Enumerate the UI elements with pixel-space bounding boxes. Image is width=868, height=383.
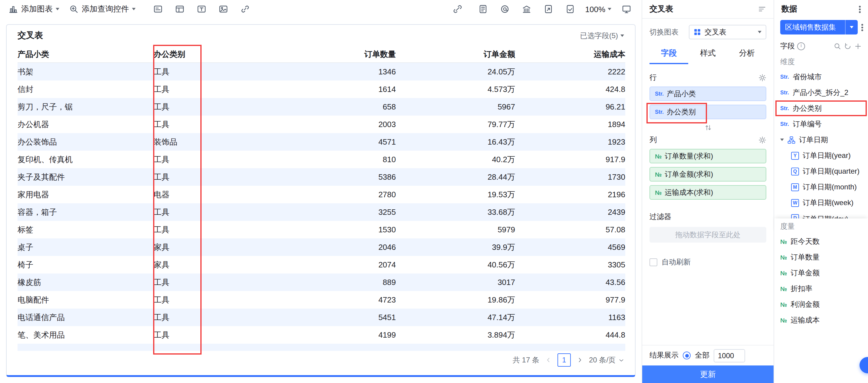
measure-item[interactable]: №订单金额 — [774, 265, 868, 281]
column-header[interactable]: 产品小类 — [18, 46, 154, 63]
measure-item[interactable]: №订单数量 — [774, 249, 868, 265]
add-chart-button[interactable]: 添加图表 — [8, 4, 59, 14]
table-cell: 2046 — [220, 238, 396, 256]
table-cell: 夹子及其配件 — [18, 168, 154, 186]
column-header[interactable]: 订单金额 — [396, 46, 515, 63]
measure-item[interactable]: №折扣率 — [774, 281, 868, 296]
columns-section-header: 列 — [650, 135, 766, 145]
enterprise-button[interactable] — [520, 2, 533, 16]
config-tab[interactable]: 字段 — [650, 48, 688, 64]
filter-placeholder: 拖动数据字段至此处 — [675, 230, 741, 240]
field-label: 订单金额 — [790, 268, 819, 278]
dimension-item[interactable]: Str.产品小类_拆分_2 — [774, 85, 868, 100]
field-label: 订单数量(求和) — [664, 151, 713, 161]
selected-fields-dropdown[interactable]: 已选字段(5) — [580, 31, 624, 41]
relation-button[interactable] — [451, 2, 464, 16]
table-cell: 工具 — [154, 63, 220, 81]
field-pill[interactable]: Str.产品小类 — [650, 87, 766, 101]
table-cell: 39.9万 — [396, 238, 515, 256]
dimension-item[interactable]: W订单日期(week) — [774, 195, 868, 211]
table-row: 桌子家具204639.9万4569 — [18, 238, 625, 256]
table-cell: 1163 — [515, 309, 625, 326]
dataset-more-icon[interactable] — [861, 26, 863, 28]
dataset-caret[interactable] — [845, 20, 858, 34]
export-icon — [544, 4, 553, 14]
auto-refresh-checkbox[interactable] — [650, 258, 657, 266]
table-row: 家用电器电器278019.53万2196 — [18, 186, 625, 203]
panel-menu-icon[interactable] — [758, 5, 766, 13]
chart-type-select[interactable]: 交叉表 — [689, 25, 766, 39]
string-field-icon: Str. — [780, 74, 789, 80]
table-cell: 工具 — [154, 116, 220, 133]
dimension-item[interactable]: Str.省份城市 — [774, 69, 868, 85]
plus-icon — [854, 42, 862, 50]
prev-page-icon[interactable] — [546, 357, 551, 363]
dimension-item[interactable]: 订单日期 — [774, 132, 868, 148]
page-size-select[interactable]: 20 条/页 — [589, 355, 624, 365]
filter-section-header: 过滤器 — [650, 212, 766, 222]
dimension-item[interactable]: Str.办公类别 — [774, 100, 868, 116]
next-page-icon[interactable] — [577, 357, 583, 363]
field-pill[interactable]: №订单数量(求和) — [650, 149, 766, 163]
gear-icon[interactable] — [758, 136, 766, 144]
config-tab[interactable]: 样式 — [688, 48, 727, 64]
measure-item[interactable]: №运输成本 — [774, 312, 868, 328]
field-pill[interactable]: №运输成本(求和) — [650, 185, 766, 200]
filter-dropzone[interactable]: 拖动数据字段至此处 — [650, 227, 766, 243]
dimension-item[interactable]: Y订单日期(year) — [774, 148, 868, 163]
dataset-select[interactable]: 区域销售数据集 — [780, 20, 858, 34]
results-limit-input[interactable] — [714, 349, 745, 362]
current-page-button[interactable]: 1 — [557, 353, 571, 367]
date-month-icon: M — [791, 183, 799, 191]
kanban-component-button[interactable] — [173, 2, 186, 16]
dimension-item[interactable]: D订单日期(day) — [774, 211, 868, 218]
rows-shelf: Str.产品小类Str.办公类别 — [650, 87, 766, 119]
cross-table-card[interactable]: 交叉表 已选字段(5) 产品小类办公类别订单数量订单金额运输成本 书架工具134… — [6, 24, 636, 377]
config-panel-title: 交叉表 — [650, 4, 673, 14]
table-cell: 3305 — [515, 256, 625, 274]
measure-item[interactable]: №距今天数 — [774, 233, 868, 249]
dimension-item[interactable]: M订单日期(month) — [774, 179, 868, 195]
dimension-item[interactable]: Str.订单编号 — [774, 116, 868, 132]
add-field-button[interactable] — [854, 42, 862, 50]
gear-icon[interactable] — [758, 74, 766, 82]
more-options-icon[interactable] — [859, 8, 861, 10]
app-window: 添加图表 添加查询控件 100% — [0, 0, 868, 383]
export-button[interactable] — [542, 2, 555, 16]
filter-section-label: 过滤器 — [650, 212, 671, 222]
add-query-control-button[interactable]: 添加查询控件 — [69, 4, 135, 14]
results-all-radio[interactable] — [683, 352, 691, 359]
update-button[interactable]: 更新 — [642, 365, 774, 383]
card-component-button[interactable] — [151, 2, 165, 16]
table-row: 办公机器工具200379.77万1894 — [18, 116, 625, 133]
table-cell: 79.77万 — [396, 116, 515, 133]
search-fields-button[interactable] — [834, 42, 841, 50]
column-header[interactable]: 订单数量 — [220, 46, 396, 63]
collapse-caret-icon[interactable] — [780, 138, 784, 141]
config-tab[interactable]: 分析 — [727, 48, 766, 64]
form-button[interactable] — [476, 2, 490, 16]
field-label: 订单日期(quarter) — [803, 166, 860, 177]
hyperlink-component-button[interactable] — [239, 2, 252, 16]
table-cell: 工具 — [154, 309, 220, 326]
zoom-select[interactable]: 100% — [585, 4, 612, 13]
field-pill[interactable]: Str.办公类别 — [650, 105, 766, 119]
column-header[interactable]: 运输成本 — [515, 46, 625, 63]
refresh-fields-button[interactable] — [844, 42, 851, 50]
field-pill-wrap: №运输成本(求和) — [650, 185, 766, 200]
query-control-icon — [69, 4, 79, 14]
table-cell: 复印机、传真机 — [18, 151, 154, 168]
column-header[interactable]: 办公类别 — [154, 46, 220, 63]
field-pill-wrap: Str.产品小类 — [650, 87, 766, 101]
swap-row-col-button[interactable] — [650, 124, 766, 131]
measure-item[interactable]: №利润金额 — [774, 296, 868, 312]
field-pill[interactable]: №订单金额(求和) — [650, 167, 766, 182]
presentation-button[interactable] — [620, 2, 633, 16]
dimension-item[interactable]: Q订单日期(quarter) — [774, 163, 868, 179]
table-row: 信封工具16144.573万424.8 — [18, 81, 625, 98]
table-cell: 电话通信产品 — [18, 309, 154, 326]
approval-button[interactable] — [563, 2, 577, 16]
image-component-button[interactable] — [217, 2, 230, 16]
watermark-button[interactable] — [498, 2, 512, 16]
text-component-button[interactable] — [195, 2, 208, 16]
